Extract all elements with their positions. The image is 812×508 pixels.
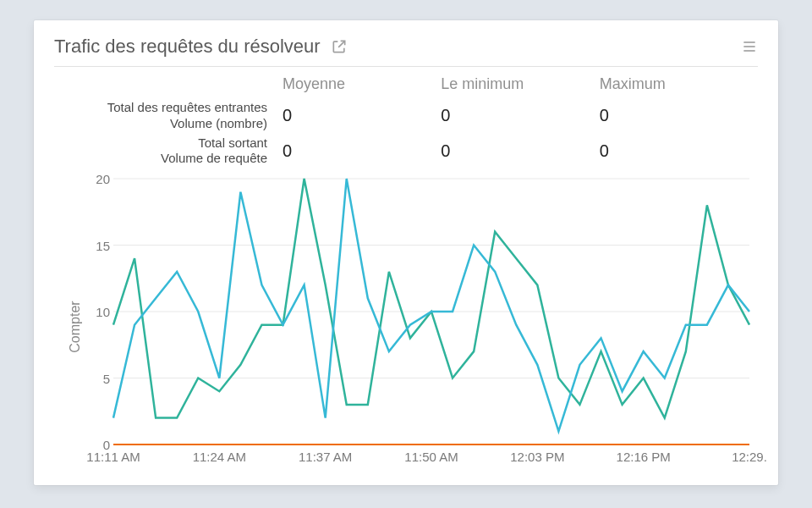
x-tick-label: 11:50 AM (404, 450, 458, 464)
row-label-outgoing: Total sortant Volume de requête (54, 135, 283, 168)
resolver-traffic-panel: Trafic des requêtes du résolveur Moyenne… (34, 20, 778, 485)
menu-icon[interactable] (741, 38, 758, 55)
col-avg: Moyenne (283, 75, 441, 97)
y-tick-label: 10 (86, 305, 110, 319)
chart: Compter 05101520 11:11 AM11:24 AM11:37 A… (54, 179, 758, 475)
y-tick-label: 15 (86, 238, 110, 252)
panel-title: Trafic des requêtes du résolveur (54, 36, 321, 58)
series-incoming (113, 179, 749, 418)
val-incoming-min: 0 (441, 106, 599, 125)
x-tick-label: 12:03 PM (510, 450, 564, 464)
series-outgoing (113, 179, 749, 431)
y-tick-label: 5 (86, 371, 110, 385)
val-outgoing-max: 0 (600, 141, 758, 161)
val-incoming-max: 0 (600, 106, 758, 125)
val-incoming-avg: 0 (283, 106, 441, 125)
y-ticks: 05101520 (86, 179, 110, 444)
y-tick-label: 20 (86, 172, 110, 186)
col-min: Le minimum (441, 75, 599, 97)
plot-area (113, 179, 749, 444)
metrics-table: Moyenne Le minimum Maximum Total des req… (54, 67, 758, 175)
x-tick-label: 11:24 AM (193, 450, 246, 464)
x-tick-label: 12:16 PM (617, 450, 671, 464)
x-tick-label: 11:37 AM (299, 450, 352, 464)
open-external-icon[interactable] (331, 38, 348, 55)
row-label-incoming: Total des requêtes entrantes Volume (nom… (54, 100, 283, 132)
panel-header: Trafic des requêtes du résolveur (54, 36, 758, 67)
x-tick-label: 11:11 AM (86, 450, 140, 464)
val-outgoing-avg: 0 (283, 141, 441, 161)
x-tick-label: 12:29. (732, 450, 767, 464)
y-axis-label: Compter (68, 301, 83, 352)
val-outgoing-min: 0 (441, 141, 599, 161)
col-max: Maximum (600, 75, 758, 97)
x-ticks: 11:11 AM11:24 AM11:37 AM11:50 AM12:03 PM… (113, 450, 749, 470)
